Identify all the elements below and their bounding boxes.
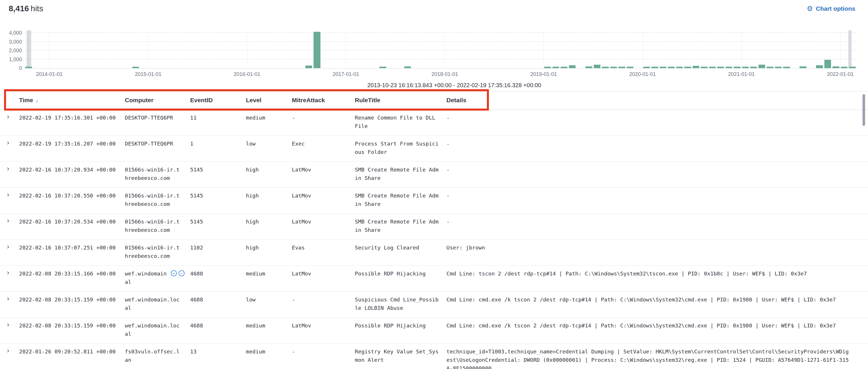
cell-event-id: 4688 — [190, 266, 246, 278]
cell-rule-title: SMB Create Remote File Adm in Share — [355, 162, 446, 182]
year-gridline — [840, 31, 841, 68]
histogram-bar — [825, 60, 831, 68]
expand-row-button[interactable]: › — [7, 347, 9, 354]
cell-rule-title: SMB Create Remote File Adm in Share — [355, 188, 446, 208]
cell-details: - — [446, 188, 868, 200]
expand-row-button[interactable]: › — [7, 217, 9, 224]
table-row: ›2022-02-19 17:35:16.207 +00:00DESKTOP-T… — [0, 136, 868, 162]
y-gridline — [25, 59, 857, 60]
events-table: Time↓ComputerEventIDLevelMitreAttackRule… — [0, 91, 868, 369]
chart-options-button[interactable]: ⚙ Chart options — [807, 5, 855, 12]
filter-out-value-icon[interactable]: − — [179, 270, 185, 276]
histogram-bar — [692, 66, 700, 68]
year-gridline — [544, 31, 544, 68]
histogram-bar — [676, 67, 683, 68]
histogram-bar — [709, 67, 716, 68]
expand-row-button[interactable]: › — [7, 165, 9, 172]
expand-row-button[interactable]: › — [7, 295, 9, 302]
cell-rule-title: SMB Create Remote File Adm in Share — [355, 214, 446, 234]
year-gridline — [643, 31, 643, 68]
histogram-bar — [758, 65, 766, 68]
cell-level: medium — [246, 344, 292, 356]
cell-computer: 01566s-win16-ir.t hreebeesco.com — [125, 214, 190, 234]
scrollbar-thumb[interactable] — [863, 94, 865, 126]
partial-bucket-band — [27, 30, 31, 68]
cell-rule-title: Rename Common File to DLL File — [355, 110, 446, 130]
cell-time: 2022-02-16 10:37:20.534 +00:00 — [19, 214, 125, 226]
histogram-bar — [668, 67, 675, 68]
histogram-bar — [775, 67, 782, 68]
expand-row-button[interactable]: › — [7, 321, 9, 328]
histogram-bar — [750, 67, 757, 68]
histogram-bar — [742, 67, 749, 68]
expand-row-button[interactable]: › — [7, 113, 9, 121]
histogram-bar — [660, 67, 666, 68]
histogram-bar — [701, 67, 708, 68]
table-row: ›2022-02-08 20:33:15.159 +00:00wef.windo… — [0, 317, 868, 344]
cell-rule-title: Possible RDP Hijacking — [355, 317, 446, 330]
cell-computer: DESKTOP-TTEQ6PR — [125, 136, 190, 148]
filter-for-value-icon[interactable]: + — [171, 270, 177, 276]
cell-time: 2022-02-19 17:35:16.301 +00:00 — [19, 110, 125, 122]
histogram-plot-area[interactable] — [25, 31, 857, 68]
histogram-bar — [379, 67, 386, 68]
year-gridline — [346, 31, 346, 68]
expand-row-button[interactable]: › — [7, 269, 9, 276]
cell-event-id: 5145 — [190, 214, 246, 226]
x-axis-tick-label: 2018-01-01 — [423, 71, 466, 77]
cell-event-id: 4688 — [190, 317, 246, 330]
cell-level: medium — [246, 110, 292, 122]
histogram-bar — [132, 67, 139, 68]
cell-event-id: 1102 — [190, 240, 246, 252]
chart-options-label: Chart options — [816, 5, 856, 12]
cell-level: high — [246, 188, 292, 200]
time-range-label: 2013-10-23 16:16:13.843 +00:00 - 2022-02… — [0, 82, 868, 89]
expand-cell: › — [0, 344, 19, 355]
y-axis-tick-label: 4,000 — [0, 30, 22, 36]
histogram-bar — [717, 67, 724, 68]
cell-event-id: 4688 — [190, 292, 246, 304]
column-header-details[interactable]: Details — [446, 92, 868, 109]
cell-mitre: LatMov — [292, 214, 355, 226]
year-gridline — [148, 31, 149, 68]
hits-count: 8,416hits — [9, 4, 43, 13]
cell-time: 2022-02-16 10:37:20.550 +00:00 — [19, 188, 125, 200]
histogram-bar — [594, 65, 601, 68]
x-axis-tick-label: 2021-01-01 — [720, 71, 763, 77]
table-row: ›2022-02-16 10:37:20.550 +00:0001566s-wi… — [0, 188, 868, 214]
table-row: ›2022-02-19 17:35:16.301 +00:00DESKTOP-T… — [0, 110, 868, 136]
cell-details: technique_id=T1003,technique_name=Creden… — [446, 344, 868, 369]
x-axis-tick-label: 2016-01-01 — [225, 71, 269, 77]
y-axis-tick-label: 2,000 — [0, 48, 22, 54]
cell-level: low — [246, 136, 292, 148]
cell-mitre: LatMov — [292, 188, 355, 200]
cell-time: 2022-02-19 17:35:16.207 +00:00 — [19, 136, 125, 148]
cell-rule-title: Possible RDP Hijacking — [355, 266, 446, 278]
expand-row-button[interactable]: › — [7, 243, 9, 250]
expand-cell: › — [0, 214, 19, 225]
expand-row-button[interactable]: › — [7, 139, 9, 146]
histogram-bar — [553, 67, 559, 68]
histogram-bar — [404, 66, 411, 68]
year-gridline — [445, 31, 445, 68]
cell-details: - — [446, 162, 868, 174]
annotation-box — [4, 89, 489, 110]
cell-event-id: 5145 — [190, 188, 246, 200]
cell-time: 2022-02-16 10:37:07.251 +00:00 — [19, 240, 125, 252]
expand-cell: › — [0, 162, 19, 173]
expand-cell: › — [0, 266, 19, 277]
cell-event-id: 1 — [190, 136, 246, 148]
cell-computer: DESKTOP-TTEQ6PR — [125, 110, 190, 122]
table-row: ›2022-02-16 10:37:20.534 +00:0001566s-wi… — [0, 214, 868, 240]
x-axis-tick-label: 2019-01-01 — [522, 71, 565, 77]
cell-mitre: LatMov — [292, 317, 355, 330]
histogram-bar — [561, 67, 567, 68]
cell-mitre: Exec — [292, 136, 355, 148]
expand-cell: › — [0, 317, 19, 329]
cell-level: high — [246, 162, 292, 174]
cell-computer: wef.windomain.loc al — [125, 317, 190, 338]
table-row: ›2022-02-16 10:37:07.251 +00:0001566s-wi… — [0, 240, 868, 266]
expand-row-button[interactable]: › — [7, 191, 9, 198]
y-gridline — [25, 41, 857, 42]
histogram-bar — [643, 67, 650, 68]
